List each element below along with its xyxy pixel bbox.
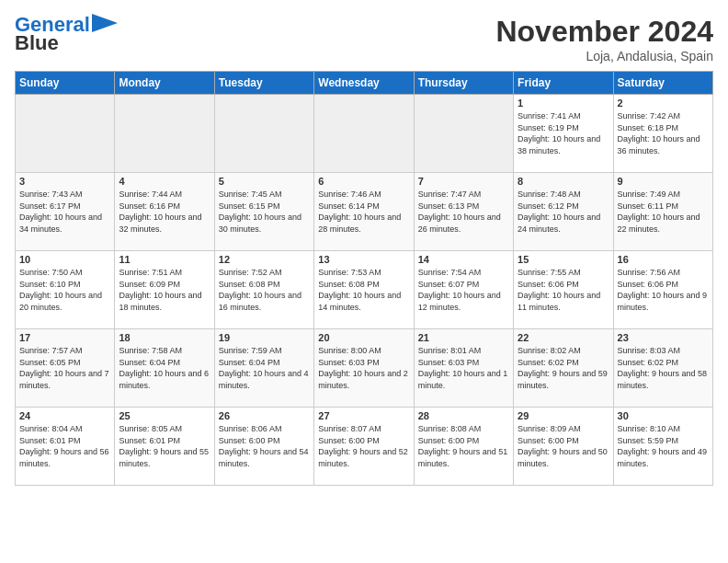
calendar-cell: 9Sunrise: 7:49 AM Sunset: 6:11 PM Daylig… [613, 173, 712, 251]
cell-info: Sunrise: 7:41 AM Sunset: 6:19 PM Dayligh… [518, 110, 609, 156]
calendar-cell: 16Sunrise: 7:56 AM Sunset: 6:06 PM Dayli… [613, 251, 712, 329]
location: Loja, Andalusia, Spain [495, 49, 713, 63]
cell-info: Sunrise: 7:53 AM Sunset: 6:08 PM Dayligh… [318, 267, 409, 313]
cell-info: Sunrise: 8:02 AM Sunset: 6:02 PM Dayligh… [518, 345, 609, 391]
calendar-cell [115, 95, 214, 173]
svg-marker-0 [92, 14, 118, 32]
day-number: 5 [219, 176, 310, 187]
calendar-cell: 13Sunrise: 7:53 AM Sunset: 6:08 PM Dayli… [314, 251, 414, 329]
cell-info: Sunrise: 7:44 AM Sunset: 6:16 PM Dayligh… [119, 189, 210, 235]
cell-info: Sunrise: 8:07 AM Sunset: 6:00 PM Dayligh… [318, 423, 409, 469]
day-number: 12 [219, 254, 310, 265]
calendar-week-5: 24Sunrise: 8:04 AM Sunset: 6:01 PM Dayli… [16, 408, 713, 486]
day-number: 14 [418, 254, 509, 265]
day-number: 2 [618, 98, 709, 109]
calendar-cell: 29Sunrise: 8:09 AM Sunset: 6:00 PM Dayli… [514, 408, 613, 486]
calendar-cell: 2Sunrise: 7:42 AM Sunset: 6:18 PM Daylig… [613, 95, 712, 173]
calendar-cell: 23Sunrise: 8:03 AM Sunset: 6:02 PM Dayli… [613, 329, 712, 408]
day-number: 29 [518, 410, 609, 421]
calendar-cell: 15Sunrise: 7:55 AM Sunset: 6:06 PM Dayli… [514, 251, 613, 329]
calendar-cell [414, 95, 513, 173]
calendar-cell: 6Sunrise: 7:46 AM Sunset: 6:14 PM Daylig… [314, 173, 414, 251]
calendar-cell: 19Sunrise: 7:59 AM Sunset: 6:04 PM Dayli… [214, 329, 313, 408]
day-header-friday: Friday [514, 72, 613, 95]
calendar-week-1: 1Sunrise: 7:41 AM Sunset: 6:19 PM Daylig… [16, 95, 713, 173]
day-number: 25 [119, 410, 210, 421]
calendar-cell: 26Sunrise: 8:06 AM Sunset: 6:00 PM Dayli… [214, 408, 313, 486]
day-number: 19 [219, 332, 310, 343]
day-number: 24 [19, 410, 110, 421]
day-number: 17 [19, 332, 110, 343]
day-number: 20 [318, 332, 409, 343]
calendar-cell: 28Sunrise: 8:08 AM Sunset: 6:00 PM Dayli… [414, 408, 513, 486]
day-number: 1 [518, 98, 609, 109]
day-number: 27 [318, 410, 409, 421]
calendar-cell: 1Sunrise: 7:41 AM Sunset: 6:19 PM Daylig… [514, 95, 613, 173]
calendar-cell: 30Sunrise: 8:10 AM Sunset: 5:59 PM Dayli… [613, 408, 712, 486]
calendar-week-4: 17Sunrise: 7:57 AM Sunset: 6:05 PM Dayli… [16, 329, 713, 408]
day-number: 22 [518, 332, 609, 343]
calendar-cell: 8Sunrise: 7:48 AM Sunset: 6:12 PM Daylig… [514, 173, 613, 251]
calendar-cell: 27Sunrise: 8:07 AM Sunset: 6:00 PM Dayli… [314, 408, 414, 486]
calendar-cell: 21Sunrise: 8:01 AM Sunset: 6:03 PM Dayli… [414, 329, 513, 408]
cell-info: Sunrise: 7:51 AM Sunset: 6:09 PM Dayligh… [119, 267, 210, 313]
day-number: 13 [318, 254, 409, 265]
day-number: 21 [418, 332, 509, 343]
cell-info: Sunrise: 7:47 AM Sunset: 6:13 PM Dayligh… [418, 189, 509, 235]
cell-info: Sunrise: 8:06 AM Sunset: 6:00 PM Dayligh… [219, 423, 310, 469]
day-number: 18 [119, 332, 210, 343]
day-number: 28 [418, 410, 509, 421]
page-header: General Blue November 2024 Loja, Andalus… [15, 15, 713, 63]
cell-info: Sunrise: 7:49 AM Sunset: 6:11 PM Dayligh… [618, 189, 709, 235]
logo-blue-text: Blue [15, 31, 59, 55]
cell-info: Sunrise: 7:46 AM Sunset: 6:14 PM Dayligh… [318, 189, 409, 235]
calendar-cell: 5Sunrise: 7:45 AM Sunset: 6:15 PM Daylig… [214, 173, 313, 251]
calendar-cell: 18Sunrise: 7:58 AM Sunset: 6:04 PM Dayli… [115, 329, 214, 408]
calendar-cell: 12Sunrise: 7:52 AM Sunset: 6:08 PM Dayli… [214, 251, 313, 329]
day-number: 16 [618, 254, 709, 265]
day-number: 8 [518, 176, 609, 187]
cell-info: Sunrise: 7:42 AM Sunset: 6:18 PM Dayligh… [618, 110, 709, 156]
cell-info: Sunrise: 7:50 AM Sunset: 6:10 PM Dayligh… [19, 267, 110, 313]
logo-arrow-icon [92, 14, 118, 32]
day-header-saturday: Saturday [613, 72, 712, 95]
day-header-thursday: Thursday [414, 72, 513, 95]
day-number: 30 [618, 410, 709, 421]
cell-info: Sunrise: 8:03 AM Sunset: 6:02 PM Dayligh… [618, 345, 709, 391]
cell-info: Sunrise: 8:09 AM Sunset: 6:00 PM Dayligh… [518, 423, 609, 469]
month-title: November 2024 [495, 15, 713, 49]
cell-info: Sunrise: 7:56 AM Sunset: 6:06 PM Dayligh… [618, 267, 709, 313]
cell-info: Sunrise: 7:48 AM Sunset: 6:12 PM Dayligh… [518, 189, 609, 235]
day-number: 4 [119, 176, 210, 187]
calendar-cell: 3Sunrise: 7:43 AM Sunset: 6:17 PM Daylig… [16, 173, 115, 251]
calendar-week-3: 10Sunrise: 7:50 AM Sunset: 6:10 PM Dayli… [16, 251, 713, 329]
day-header-monday: Monday [115, 72, 214, 95]
day-number: 23 [618, 332, 709, 343]
cell-info: Sunrise: 7:52 AM Sunset: 6:08 PM Dayligh… [219, 267, 310, 313]
calendar-cell: 4Sunrise: 7:44 AM Sunset: 6:16 PM Daylig… [115, 173, 214, 251]
cell-info: Sunrise: 8:10 AM Sunset: 5:59 PM Dayligh… [618, 423, 709, 469]
day-number: 6 [318, 176, 409, 187]
cell-info: Sunrise: 7:55 AM Sunset: 6:06 PM Dayligh… [518, 267, 609, 313]
day-number: 10 [19, 254, 110, 265]
calendar-table: SundayMondayTuesdayWednesdayThursdayFrid… [15, 71, 713, 486]
cell-info: Sunrise: 7:59 AM Sunset: 6:04 PM Dayligh… [219, 345, 310, 391]
cell-info: Sunrise: 8:05 AM Sunset: 6:01 PM Dayligh… [119, 423, 210, 469]
calendar-cell: 17Sunrise: 7:57 AM Sunset: 6:05 PM Dayli… [16, 329, 115, 408]
day-number: 3 [19, 176, 110, 187]
calendar-cell: 11Sunrise: 7:51 AM Sunset: 6:09 PM Dayli… [115, 251, 214, 329]
cell-info: Sunrise: 7:54 AM Sunset: 6:07 PM Dayligh… [418, 267, 509, 313]
calendar-cell [214, 95, 313, 173]
calendar-cell: 7Sunrise: 7:47 AM Sunset: 6:13 PM Daylig… [414, 173, 513, 251]
cell-info: Sunrise: 7:45 AM Sunset: 6:15 PM Dayligh… [219, 189, 310, 235]
cell-info: Sunrise: 7:43 AM Sunset: 6:17 PM Dayligh… [19, 189, 110, 235]
day-header-sunday: Sunday [16, 72, 115, 95]
calendar-cell [314, 95, 414, 173]
cell-info: Sunrise: 8:08 AM Sunset: 6:00 PM Dayligh… [418, 423, 509, 469]
calendar-cell: 14Sunrise: 7:54 AM Sunset: 6:07 PM Dayli… [414, 251, 513, 329]
calendar-cell: 20Sunrise: 8:00 AM Sunset: 6:03 PM Dayli… [314, 329, 414, 408]
cell-info: Sunrise: 8:04 AM Sunset: 6:01 PM Dayligh… [19, 423, 110, 469]
day-number: 15 [518, 254, 609, 265]
calendar-body: 1Sunrise: 7:41 AM Sunset: 6:19 PM Daylig… [16, 95, 713, 486]
logo: General Blue [15, 15, 118, 55]
